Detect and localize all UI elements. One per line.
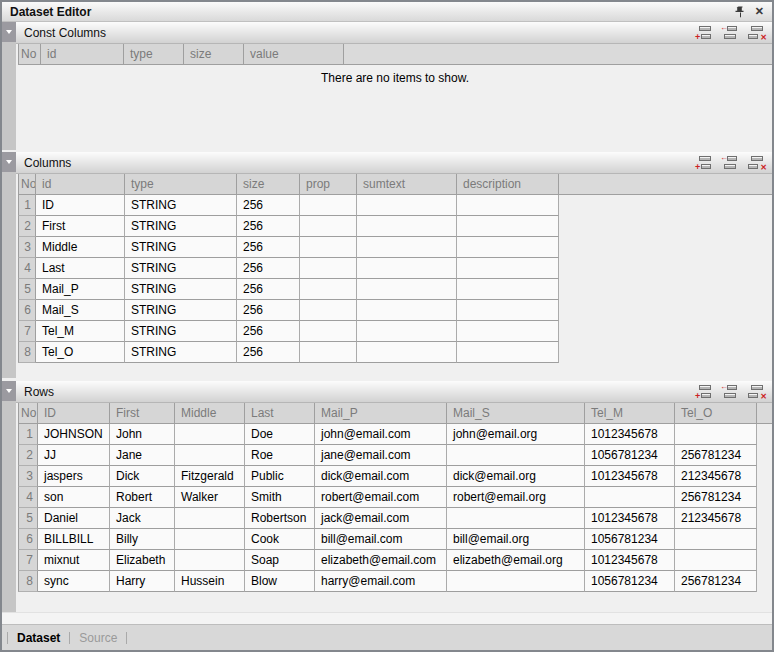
column-header-no[interactable]: No — [18, 174, 36, 195]
column-header-prop[interactable]: prop — [300, 174, 357, 195]
table-cell[interactable]: bill@email.com — [315, 529, 447, 550]
table-cell[interactable]: sync — [38, 571, 110, 592]
table-cell[interactable]: John — [110, 424, 175, 445]
table-cell[interactable]: jaspers — [38, 466, 110, 487]
table-cell[interactable] — [175, 550, 245, 571]
delete-row-icon[interactable]: ✕ — [747, 25, 766, 40]
table-cell[interactable] — [457, 321, 559, 342]
table-cell[interactable]: bill@email.org — [447, 529, 585, 550]
column-header-type[interactable]: type — [125, 174, 237, 195]
table-cell[interactable]: 256 — [237, 342, 300, 363]
row-number-cell[interactable]: 5 — [18, 508, 38, 529]
table-cell[interactable]: Smith — [245, 487, 315, 508]
column-header-description[interactable]: description — [457, 174, 559, 195]
column-header-mail_p[interactable]: Mail_P — [315, 403, 447, 424]
row-number-cell[interactable]: 2 — [18, 445, 38, 466]
table-cell[interactable] — [675, 529, 757, 550]
table-cell[interactable]: Walker — [175, 487, 245, 508]
close-icon[interactable]: ✕ — [755, 6, 764, 17]
row-number-cell[interactable]: 8 — [18, 571, 38, 592]
table-cell[interactable]: john@email.org — [447, 424, 585, 445]
table-cell[interactable] — [357, 321, 457, 342]
table-cell[interactable]: 256781234 — [675, 571, 757, 592]
row-number-cell[interactable]: 2 — [18, 216, 36, 237]
table-cell[interactable]: Cook — [245, 529, 315, 550]
table-cell[interactable]: 256 — [237, 237, 300, 258]
table-cell[interactable] — [175, 424, 245, 445]
table-cell[interactable] — [357, 195, 457, 216]
table-cell[interactable]: john@email.com — [315, 424, 447, 445]
column-header-middle[interactable]: Middle — [175, 403, 245, 424]
column-header-value[interactable]: value — [244, 44, 344, 65]
table-cell[interactable]: 1056781234 — [585, 529, 675, 550]
table-cell[interactable]: Elizabeth — [110, 550, 175, 571]
table-cell[interactable]: jane@email.com — [315, 445, 447, 466]
table-cell[interactable] — [300, 216, 357, 237]
delete-row-icon[interactable]: ✕ — [747, 384, 766, 399]
add-row-icon[interactable]: + — [695, 155, 714, 170]
table-cell[interactable]: robert@email.com — [315, 487, 447, 508]
column-header-size[interactable]: size — [237, 174, 300, 195]
row-number-cell[interactable]: 7 — [18, 550, 38, 571]
table-cell[interactable] — [585, 487, 675, 508]
table-cell[interactable]: 1056781234 — [585, 571, 675, 592]
add-row-icon[interactable]: + — [695, 25, 714, 40]
table-cell[interactable]: Mail_S — [36, 300, 125, 321]
table-cell[interactable]: son — [38, 487, 110, 508]
add-row-icon[interactable]: + — [695, 384, 714, 399]
table-cell[interactable]: STRING — [125, 237, 237, 258]
table-cell[interactable] — [357, 300, 457, 321]
table-cell[interactable]: Jack — [110, 508, 175, 529]
table-cell[interactable] — [300, 258, 357, 279]
row-number-cell[interactable]: 3 — [18, 237, 36, 258]
table-cell[interactable]: First — [36, 216, 125, 237]
table-cell[interactable] — [457, 258, 559, 279]
table-cell[interactable]: STRING — [125, 258, 237, 279]
table-cell[interactable]: 256 — [237, 216, 300, 237]
table-cell[interactable] — [300, 342, 357, 363]
table-cell[interactable]: Mail_P — [36, 279, 125, 300]
table-cell[interactable] — [457, 279, 559, 300]
table-cell[interactable]: STRING — [125, 216, 237, 237]
table-cell[interactable]: Last — [36, 258, 125, 279]
row-number-cell[interactable]: 8 — [18, 342, 36, 363]
column-header-last[interactable]: Last — [245, 403, 315, 424]
column-header-mail_s[interactable]: Mail_S — [447, 403, 585, 424]
table-cell[interactable]: Soap — [245, 550, 315, 571]
table-cell[interactable] — [675, 424, 757, 445]
table-cell[interactable]: Robertson — [245, 508, 315, 529]
table-cell[interactable]: Billy — [110, 529, 175, 550]
table-cell[interactable] — [457, 216, 559, 237]
row-number-cell[interactable]: 3 — [18, 466, 38, 487]
tab-source[interactable]: Source — [70, 631, 126, 645]
table-cell[interactable]: Public — [245, 466, 315, 487]
table-cell[interactable] — [300, 279, 357, 300]
collapse-button[interactable] — [2, 381, 16, 401]
table-cell[interactable]: elizabeth@email.com — [315, 550, 447, 571]
tab-dataset[interactable]: Dataset — [8, 631, 69, 645]
table-cell[interactable] — [300, 321, 357, 342]
table-cell[interactable]: Fitzgerald — [175, 466, 245, 487]
table-cell[interactable] — [447, 508, 585, 529]
table-cell[interactable]: Jane — [110, 445, 175, 466]
column-header-tel_m[interactable]: Tel_M — [585, 403, 675, 424]
table-cell[interactable]: robert@email.org — [447, 487, 585, 508]
collapse-button[interactable] — [2, 22, 16, 42]
table-cell[interactable]: 256781234 — [675, 445, 757, 466]
table-cell[interactable]: Tel_O — [36, 342, 125, 363]
table-cell[interactable]: STRING — [125, 279, 237, 300]
table-cell[interactable]: 212345678 — [675, 466, 757, 487]
table-cell[interactable] — [457, 195, 559, 216]
insert-row-icon[interactable]: ← — [721, 155, 740, 170]
table-cell[interactable]: Doe — [245, 424, 315, 445]
table-cell[interactable]: Daniel — [38, 508, 110, 529]
table-cell[interactable] — [457, 300, 559, 321]
collapse-button[interactable] — [2, 152, 16, 172]
table-cell[interactable]: dick@email.com — [315, 466, 447, 487]
table-cell[interactable]: ID — [36, 195, 125, 216]
table-cell[interactable] — [457, 237, 559, 258]
table-cell[interactable]: 1012345678 — [585, 550, 675, 571]
column-header-tel_o[interactable]: Tel_O — [675, 403, 757, 424]
table-cell[interactable] — [357, 279, 457, 300]
row-number-cell[interactable]: 1 — [18, 424, 38, 445]
